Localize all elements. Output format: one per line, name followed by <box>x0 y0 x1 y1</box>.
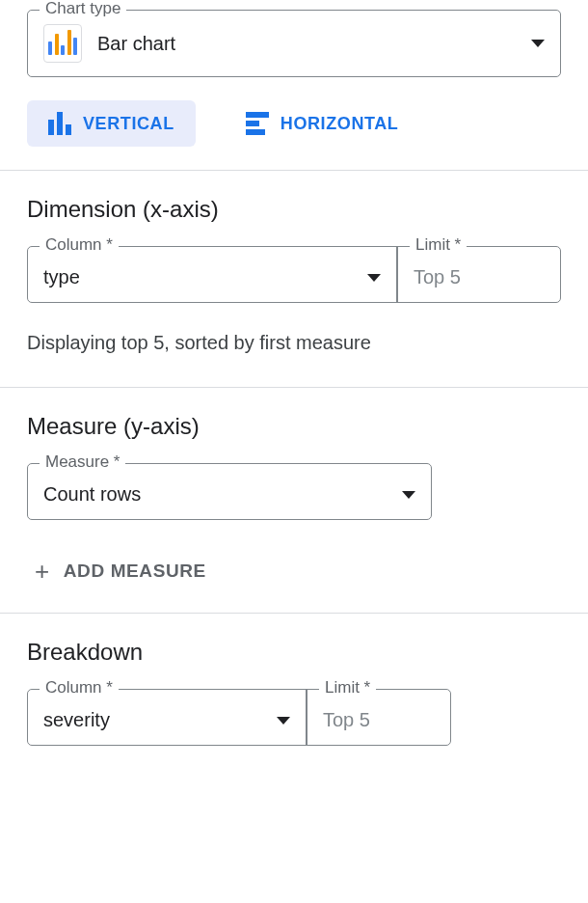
dimension-limit-value: Top 5 <box>414 266 545 288</box>
horizontal-bars-icon <box>246 112 269 135</box>
breakdown-field-group: Column * severity Limit * Top 5 <box>27 689 451 746</box>
orientation-horizontal-label: HORIZONTAL <box>281 114 399 134</box>
breakdown-title: Breakdown <box>27 614 561 675</box>
measure-value: Count rows <box>43 483 141 506</box>
breakdown-column-value: severity <box>43 709 110 731</box>
breakdown-column-select[interactable]: Column * severity <box>28 690 306 745</box>
dimension-limit-label: Limit * <box>410 235 467 255</box>
dimension-limit-input[interactable]: Limit * Top 5 <box>396 247 560 302</box>
orientation-vertical-label: VERTICAL <box>83 114 174 134</box>
orientation-vertical-button[interactable]: VERTICAL <box>27 100 196 147</box>
chart-type-select[interactable]: Chart type Bar chart <box>27 10 561 77</box>
orientation-horizontal-button[interactable]: HORIZONTAL <box>225 100 420 147</box>
chevron-down-icon <box>277 717 290 725</box>
plus-icon: + <box>35 559 50 584</box>
add-measure-label: ADD MEASURE <box>64 561 206 582</box>
bar-chart-icon <box>43 24 82 63</box>
breakdown-limit-value: Top 5 <box>323 709 435 731</box>
add-measure-button[interactable]: + ADD MEASURE <box>27 520 561 613</box>
breakdown-limit-label: Limit * <box>319 678 376 698</box>
chart-type-legend: Chart type <box>40 0 126 18</box>
measure-title: Measure (y-axis) <box>27 388 561 450</box>
dimension-title: Dimension (x-axis) <box>27 171 561 233</box>
breakdown-column-label: Column * <box>40 678 119 698</box>
measure-select[interactable]: Measure * Count rows <box>27 463 432 520</box>
dimension-column-value: type <box>43 266 80 288</box>
chevron-down-icon <box>367 274 381 282</box>
chevron-down-icon <box>531 40 545 47</box>
dimension-column-select[interactable]: Column * type <box>28 247 396 302</box>
dimension-column-label: Column * <box>40 235 119 255</box>
dimension-field-group: Column * type Limit * Top 5 <box>27 246 561 303</box>
chart-type-value: Bar chart <box>97 33 516 55</box>
measure-label: Measure * <box>40 452 125 472</box>
vertical-bars-icon <box>48 112 71 135</box>
breakdown-limit-input[interactable]: Limit * Top 5 <box>306 690 450 745</box>
chevron-down-icon <box>402 491 415 499</box>
dimension-helper-text: Displaying top 5, sorted by first measur… <box>27 303 561 387</box>
